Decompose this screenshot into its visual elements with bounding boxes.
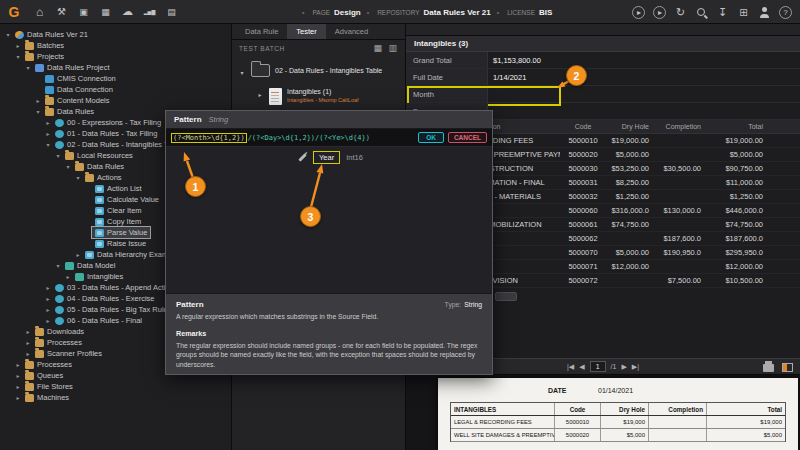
tree-item-label: Raise Issue [107,239,146,248]
refresh-icon[interactable] [674,6,687,19]
expander-icon[interactable]: ▾ [74,174,82,181]
breadcrumb-value[interactable]: Design [334,8,361,17]
expander-icon[interactable]: ▸ [44,119,52,126]
expander-icon[interactable]: ▸ [24,339,32,346]
table-icon[interactable] [165,5,178,18]
print-icon[interactable] [763,364,774,372]
expander-icon[interactable]: ▸ [34,97,42,104]
play-icon[interactable] [632,6,645,19]
search-icon[interactable] [695,6,708,19]
next-page-button[interactable]: ▶ [621,363,626,371]
field-value[interactable]: 1/14/2021 [488,69,560,85]
field-row[interactable]: Month [406,86,800,103]
first-page-button[interactable]: |◀ [567,363,574,371]
expander-icon[interactable]: ▸ [14,383,22,390]
tab-label: Tester [296,27,316,36]
year-field-row[interactable]: Year Int16 [298,151,363,164]
test-batch-folder-node[interactable]: ▾ 02 - Data Rules - Intangibles Table [232,56,405,77]
batch-tree-icon[interactable] [373,43,383,53]
folder-node-label: 02 - Data Rules - Intangibles Table [275,67,382,74]
test-batch-document-node[interactable]: ▸ Intangibles (1) Intangibles - Msomp Ca… [232,77,405,105]
expander-icon[interactable]: ▸ [44,306,52,313]
field-row[interactable]: Grand Total $1,153,800.00 [406,52,800,69]
column-header[interactable]: Completion [654,123,706,130]
expander-icon[interactable]: ▸ [44,284,52,291]
help-type-value: String [464,301,482,308]
apps-icon[interactable] [99,5,112,18]
expander-icon[interactable]: ▸ [14,372,22,379]
download-icon[interactable] [716,6,729,19]
expander-icon[interactable]: ▸ [44,130,52,137]
regex-editor[interactable]: (?<Month>\d{1,2}) /(?<Day>\d{1,2})/(?<Ye… [166,129,492,147]
contents-icon[interactable] [388,43,398,53]
expander-icon[interactable]: ▾ [4,31,12,38]
tools-icon[interactable] [55,5,68,18]
cloud-icon[interactable] [121,5,134,18]
expander-icon[interactable]: ▸ [44,317,52,324]
expander-icon[interactable]: ▾ [14,53,22,60]
document-page[interactable]: DATE 01/14/2021 INTANGIBLES Code Dry Hol… [438,378,798,450]
expander-icon[interactable]: ▸ [24,350,32,357]
tree-item-label: 06 - Data Rules - Final [67,316,142,325]
tree-item[interactable]: ▾ Data Rules Ver 21 [0,29,231,40]
tree-item[interactable]: Data Connection [0,84,231,95]
expander-icon[interactable]: ▸ [14,42,22,49]
tab[interactable]: Data Rule [236,24,287,39]
dialog-title-bar[interactable]: Pattern String [166,111,492,129]
action-icon [95,218,104,226]
tree-item[interactable]: CMIS Connection [0,73,231,84]
field-value[interactable] [488,86,560,102]
tree-item[interactable]: ▾ Projects [0,51,231,62]
app-window: G PAGE Design REPOSITORY Data Rules Ver … [0,0,800,450]
tree-item[interactable]: ▸ File Stores [0,381,231,392]
run-icon[interactable] [653,6,666,19]
expander-icon[interactable]: ▾ [64,163,72,170]
help-icon[interactable] [779,6,792,19]
tree-item[interactable]: ▸ Machines [0,392,231,403]
last-page-button[interactable]: ▶| [632,363,639,371]
tree-item[interactable]: ▸ Content Models [0,95,231,106]
table-footer-control[interactable] [495,292,517,301]
tree-item[interactable]: ▾ Data Rules Project [0,62,231,73]
expander-icon[interactable]: ▸ [74,251,82,258]
expander-icon[interactable]: ▸ [24,328,32,335]
expander-icon[interactable]: ▾ [54,262,62,269]
prev-page-button[interactable]: ◀ [579,363,584,371]
save-icon[interactable] [77,5,90,18]
user-icon[interactable] [758,6,771,19]
regex-month-group[interactable]: (?<Month>\d{1,2}) [171,133,247,143]
ok-button[interactable]: OK [418,132,444,143]
regex-rest[interactable]: /(?<Day>\d{1,2})/(?<Ye>\d{4}) [248,134,370,142]
expander-icon[interactable]: ▸ [256,88,264,98]
expander-icon[interactable]: ▸ [44,295,52,302]
cell-dry-hole: $5,000.00 [606,248,654,257]
cancel-button[interactable]: CANCEL [448,132,487,143]
column-header[interactable]: Code [560,123,606,130]
expander-icon[interactable]: ▸ [64,273,72,280]
layers-icon[interactable] [737,6,750,19]
field-value[interactable]: $1,153,800.00 [488,52,560,68]
chart-icon[interactable] [143,5,156,18]
cell-dry-hole: $316,000.0 [606,206,654,215]
column-header[interactable]: Dry Hole [606,123,654,130]
expander-icon[interactable]: ▾ [44,141,52,148]
expander-icon[interactable]: ▾ [238,66,246,76]
app-logo[interactable]: G [5,3,23,21]
tab[interactable]: Advanced [326,24,377,39]
tree-item[interactable]: ▸ Batches [0,40,231,51]
breadcrumb-value[interactable]: BIS [539,8,552,17]
page-layout-icon[interactable] [782,363,793,372]
expander-icon[interactable]: ▸ [14,394,22,401]
column-header[interactable]: Total [706,123,770,130]
breadcrumb-value[interactable]: Data Rules Ver 21 [424,8,491,17]
field-value[interactable] [488,103,560,119]
tab[interactable]: Tester [287,24,325,39]
page-number-input[interactable]: 1 [590,361,606,372]
expander-icon[interactable]: ▾ [54,152,62,159]
expander-icon[interactable]: ▾ [24,64,32,71]
home-icon[interactable] [33,5,46,18]
expander-icon[interactable]: ▸ [14,361,22,368]
year-field-name[interactable]: Year [313,151,340,164]
field-row[interactable]: Full Date 1/14/2021 [406,69,800,86]
expander-icon[interactable]: ▾ [34,108,42,115]
